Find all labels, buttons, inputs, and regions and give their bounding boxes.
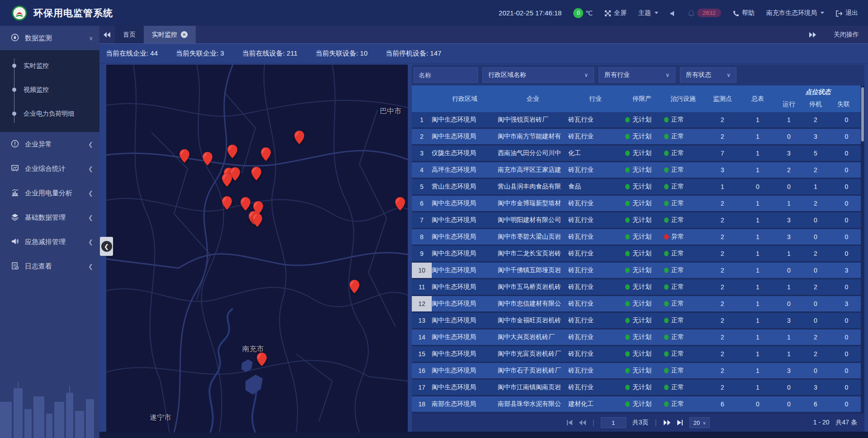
- tabs-scroll-right-button[interactable]: [805, 32, 820, 38]
- map-canvas[interactable]: 巴中市南充市遂宁市 ❮: [106, 65, 408, 433]
- table-row-13[interactable]: 13阆中生态环境局阆中市金福旺页岩机砖砖瓦行业无计划正常21300: [412, 313, 864, 328]
- map-pin-8[interactable]: [222, 173, 232, 187]
- megaphone-icon: [11, 237, 19, 247]
- sidebar-subitem-视频监控[interactable]: 视频监控: [0, 78, 99, 102]
- table-row-2[interactable]: 2阆中生态环境局阆中市南方节能建材有砖瓦行业无计划正常21030: [412, 129, 864, 144]
- table-row-5[interactable]: 5营山生态环境局营山县润丰肉食品有限食品无计划正常10010: [412, 179, 864, 194]
- close-operations-button[interactable]: 关闭操作: [834, 31, 859, 39]
- sidebar-item-日志查看[interactable]: 日志查看❮: [0, 254, 99, 278]
- sidebar-item-基础数据管理[interactable]: 基础数据管理❮: [0, 205, 99, 230]
- cell-company: 营山县润丰肉食品有限: [498, 183, 568, 191]
- table-row-3[interactable]: 3仪陇生态环境局西南油气田分公司川中化工无计划正常71350: [412, 146, 864, 161]
- cell-points: 2: [705, 133, 740, 140]
- table-row-16[interactable]: 16阆中生态环境局阆中市石子页岩机砖厂砖瓦行业无计划正常21300: [412, 363, 864, 378]
- region-filter-select[interactable]: 行政区域名称 ∨: [482, 67, 594, 83]
- status-dot-icon: [625, 351, 630, 357]
- cell-stop: 0: [802, 267, 829, 274]
- name-filter-input[interactable]: [414, 67, 478, 83]
- sidebar-item-应急减排管理[interactable]: 应急减排管理❮: [0, 230, 99, 254]
- table-row-14[interactable]: 14阆中生态环境局阆中大兴页岩机砖厂砖瓦行业无计划正常21120: [412, 330, 864, 345]
- map-pin-15[interactable]: [395, 197, 405, 211]
- map-pin-5[interactable]: [294, 131, 304, 144]
- table-row-4[interactable]: 4高坪生态环境局南充市高坪区王家店建砖瓦行业无计划正常31220: [412, 162, 864, 178]
- cell-points: 2: [705, 217, 740, 224]
- tab-close-icon[interactable]: ✕: [181, 31, 188, 38]
- cell-limit: 无计划: [623, 250, 661, 258]
- map-pin-14[interactable]: [252, 213, 262, 227]
- sidebar-item-label: 应急减排管理: [25, 238, 66, 246]
- cell-company: 阆中市南方节能建材有: [498, 132, 568, 141]
- status-dot-icon: [664, 301, 669, 306]
- cell-limit: 无计划: [623, 383, 661, 391]
- table-row-8[interactable]: 8阆中生态环境局阆中市枣碧大梁山页岩砖瓦行业无计划异常21300: [412, 229, 864, 245]
- cell-index: 16: [412, 363, 432, 378]
- table-scrollbar[interactable]: [861, 85, 864, 414]
- table-row-17[interactable]: 17阆中生态环境局阆中市江南镇阆南页岩砖瓦行业无计划正常21030: [412, 380, 864, 395]
- total-pages-label: 共3页: [632, 419, 649, 427]
- map-pin-17[interactable]: [257, 353, 267, 366]
- tab-实时监控[interactable]: 实时监控✕: [144, 26, 196, 43]
- table-row-9[interactable]: 9阆中生态环境局阆中市二龙长宝页岩砖砖瓦行业无计划正常21120: [412, 246, 864, 261]
- status-dot-icon: [664, 401, 669, 407]
- cell-stop: 2: [802, 334, 829, 341]
- bullet-dot-icon: [12, 88, 16, 92]
- sidebar-item-企业用电量分析[interactable]: 企业用电量分析❮: [0, 181, 99, 205]
- table-row-18[interactable]: 18南部生态环境局南部县珠华水泥有限公建材化工无计划正常60060: [412, 396, 864, 412]
- table-row-1[interactable]: 1阆中生态环境局阆中强锐页岩砖厂砖瓦行业无计划正常21120: [412, 112, 864, 127]
- col-run: 运行: [775, 100, 802, 108]
- status-dot-icon: [664, 251, 669, 256]
- help-button[interactable]: 帮助: [733, 9, 755, 17]
- page-size-select[interactable]: 20 ∨: [689, 417, 710, 428]
- chevron-left-icon: ❮: [101, 241, 112, 252]
- industry-filter-select[interactable]: 所有行业 ∨: [599, 67, 675, 83]
- table-row-12[interactable]: 12阆中生态环境局阆中市忠信建材有限公砖瓦行业无计划正常21003: [412, 296, 864, 311]
- cell-lost: 0: [829, 334, 864, 341]
- sound-button[interactable]: [670, 9, 676, 16]
- scrollbar-thumb[interactable]: [861, 87, 864, 141]
- cell-points: 2: [705, 334, 740, 341]
- map-pin-16[interactable]: [349, 280, 359, 293]
- monitor-panel: 行政区域名称 ∨ 所有行业 ∨ 所有状态 ∨: [412, 65, 864, 432]
- sidebar-item-企业异常[interactable]: 企业异常❮: [0, 132, 99, 156]
- table-row-6[interactable]: 6阆中生态环境局阆中市金博瑞新型墙材砖瓦行业无计划正常21120: [412, 196, 864, 211]
- tabs-scroll-left-button[interactable]: [99, 26, 115, 43]
- notifications[interactable]: 2632: [688, 9, 721, 17]
- cell-limit: 无计划: [623, 266, 661, 274]
- sidebar-subitem-实时监控[interactable]: 实时监控: [0, 54, 99, 78]
- cell-index: 1: [412, 112, 432, 127]
- cell-limit: 无计划: [623, 400, 661, 408]
- chevron-left-icon: ❮: [88, 165, 93, 172]
- theme-dropdown[interactable]: 主题: [638, 9, 658, 17]
- map-pin-11[interactable]: [241, 197, 250, 211]
- table-row-15[interactable]: 15阆中生态环境局阆中市光富页岩机砖厂砖瓦行业无计划正常21120: [412, 346, 864, 362]
- first-page-button[interactable]: [566, 420, 573, 425]
- header-actions: 2021-02-25 17:46:18 0 ℃ 全屏 主题: [499, 8, 858, 18]
- fullscreen-button[interactable]: 全屏: [604, 9, 627, 17]
- cell-run: 1: [775, 350, 802, 358]
- map-pin-2[interactable]: [203, 152, 212, 165]
- last-page-button[interactable]: [677, 420, 683, 425]
- sidebar-item-数据监测[interactable]: 数据监测∨: [0, 26, 99, 50]
- status-dot-icon: [664, 117, 669, 122]
- prev-page-button[interactable]: [579, 420, 586, 425]
- status-filter-select[interactable]: 所有状态 ∨: [680, 67, 736, 83]
- logout-button[interactable]: 退出: [836, 9, 858, 17]
- map-pin-3[interactable]: [227, 145, 237, 158]
- cell-points: 2: [705, 350, 740, 358]
- map-pin-10[interactable]: [222, 196, 232, 210]
- next-page-button[interactable]: [663, 420, 670, 425]
- map-pin-4[interactable]: [261, 147, 271, 161]
- alert-circle-icon: [11, 140, 19, 149]
- org-dropdown[interactable]: 南充市生态环境局: [766, 9, 824, 17]
- tab-首页[interactable]: 首页: [115, 26, 144, 43]
- map-pin-9[interactable]: [251, 167, 261, 180]
- cell-limit: 无计划: [623, 132, 661, 141]
- map-collapse-button[interactable]: ❮: [100, 237, 113, 256]
- sidebar-subitem-企业电力负荷明细[interactable]: 企业电力负荷明细: [0, 102, 99, 126]
- sidebar-item-企业综合统计[interactable]: 企业综合统计❮: [0, 156, 99, 181]
- table-row-7[interactable]: 7阆中生态环境局阆中明阳建材有限公司砖瓦行业无计划正常21300: [412, 212, 864, 228]
- table-row-10[interactable]: 10阆中生态环境局阆中千佛镇五郎垭页岩砖瓦行业无计划正常21003: [412, 263, 864, 278]
- table-row-11[interactable]: 11阆中生态环境局阆中市五马桥页岩机砖砖瓦行业无计划正常21120: [412, 279, 864, 295]
- map-pin-1[interactable]: [179, 149, 189, 163]
- page-number-input[interactable]: [601, 417, 626, 428]
